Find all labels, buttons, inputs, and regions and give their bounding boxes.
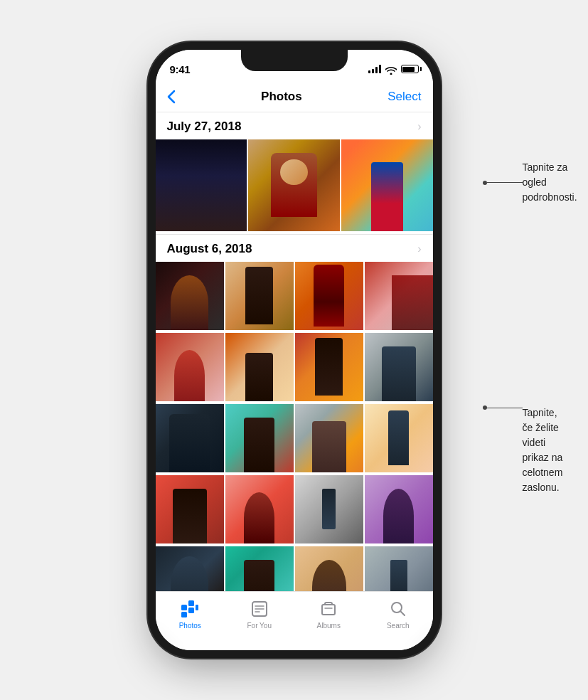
date-header-2[interactable]: August 6, 2018 › — [156, 234, 433, 262]
annotation-text-date: Tapnite za ogled podrobnosti. — [523, 160, 577, 205]
svg-rect-9 — [322, 605, 335, 615]
date-label-2: August 6, 2018 — [167, 242, 252, 256]
photo-cell-2-11[interactable] — [295, 404, 363, 472]
photo-cell-2-13[interactable] — [156, 475, 224, 543]
photo-cell-2-16[interactable] — [365, 475, 433, 543]
photo-grid-section-2-row3 — [156, 404, 433, 474]
back-button[interactable] — [167, 90, 176, 104]
annotation-line-2 — [487, 408, 523, 408]
svg-rect-4 — [196, 605, 198, 610]
photo-cell-2-15[interactable] — [295, 475, 363, 543]
tab-for-you-label: For You — [247, 622, 272, 630]
svg-rect-2 — [181, 612, 187, 617]
tab-albums[interactable]: Albums — [294, 599, 364, 630]
annotation-photo: Tapnite, če želite videti prikaz na celo… — [483, 405, 563, 495]
annotation-text-photo: Tapnite, če želite videti prikaz na celo… — [523, 405, 563, 495]
photo-cell-2-2[interactable] — [225, 262, 294, 330]
photo-cell-2-14[interactable] — [225, 475, 294, 543]
photo-cell-2-4[interactable] — [365, 262, 433, 330]
date-section-2: August 6, 2018 › — [156, 231, 433, 591]
annotation-line-1 — [487, 182, 523, 183]
select-button[interactable]: Select — [387, 90, 421, 104]
tab-bar: Photos For You — [156, 591, 433, 650]
albums-tab-icon — [319, 599, 338, 619]
photo-cell-2-12[interactable] — [365, 404, 433, 472]
nav-title: Photos — [261, 90, 302, 104]
phone-frame: 9:41 — [156, 50, 433, 650]
for-you-tab-icon — [250, 599, 269, 619]
wifi-icon — [385, 65, 397, 73]
photo-cell-2-19[interactable] — [295, 546, 363, 591]
photo-cell-2-6[interactable] — [225, 333, 294, 401]
photo-cell-1-1[interactable] — [156, 139, 247, 231]
tab-search[interactable]: Search — [363, 599, 433, 630]
page: 9:41 — [0, 0, 588, 700]
photo-cell-2-9[interactable] — [156, 404, 224, 472]
phone-container: 9:41 — [156, 50, 433, 650]
svg-line-12 — [400, 612, 405, 616]
tab-photos-label: Photos — [179, 622, 201, 630]
svg-rect-1 — [188, 600, 194, 606]
status-time: 9:41 — [170, 63, 191, 75]
nav-bar: Photos Select — [156, 81, 433, 112]
photo-cell-2-5[interactable] — [156, 333, 224, 401]
photo-cell-2-1[interactable] — [156, 262, 224, 330]
tab-photos[interactable]: Photos — [156, 599, 225, 630]
tab-for-you[interactable]: For You — [225, 599, 294, 630]
date-label-1: July 27, 2018 — [167, 120, 242, 134]
photo-cell-1-3[interactable] — [341, 139, 433, 231]
chevron-right-icon-1: › — [417, 120, 421, 133]
signal-icon — [368, 65, 381, 73]
photo-cell-2-18[interactable] — [225, 546, 294, 591]
date-header-1[interactable]: July 27, 2018 › — [156, 112, 433, 139]
annotation-date: Tapnite za ogled podrobnosti. — [483, 160, 577, 205]
status-icons — [368, 65, 419, 73]
photo-cell-2-10[interactable] — [225, 404, 294, 472]
photo-grid-section-2-row2 — [156, 333, 433, 403]
photo-cell-2-20[interactable] — [365, 546, 433, 591]
photo-cell-2-3[interactable] — [295, 262, 363, 330]
photo-grid-section-2-row4 — [156, 475, 433, 545]
date-section-1: July 27, 2018 › — [156, 112, 433, 231]
tab-albums-label: Albums — [317, 622, 341, 630]
battery-icon — [401, 65, 419, 73]
tab-search-label: Search — [387, 622, 410, 630]
photo-grid-section-2-row5 — [156, 546, 433, 591]
content-area: July 27, 2018 › — [156, 112, 433, 591]
photo-cell-1-2[interactable] — [248, 139, 340, 231]
photo-cell-2-8[interactable] — [365, 333, 433, 401]
photo-cell-2-7[interactable] — [295, 333, 363, 401]
search-tab-icon — [388, 599, 408, 619]
notch — [241, 50, 348, 71]
chevron-right-icon-2: › — [417, 243, 421, 255]
photo-grid-section-2-row1 — [156, 262, 433, 332]
photos-tab-icon — [180, 599, 200, 619]
photo-cell-2-17[interactable] — [156, 546, 224, 591]
svg-rect-0 — [181, 605, 187, 610]
svg-rect-3 — [188, 608, 194, 613]
photo-grid-section-1 — [156, 139, 433, 231]
